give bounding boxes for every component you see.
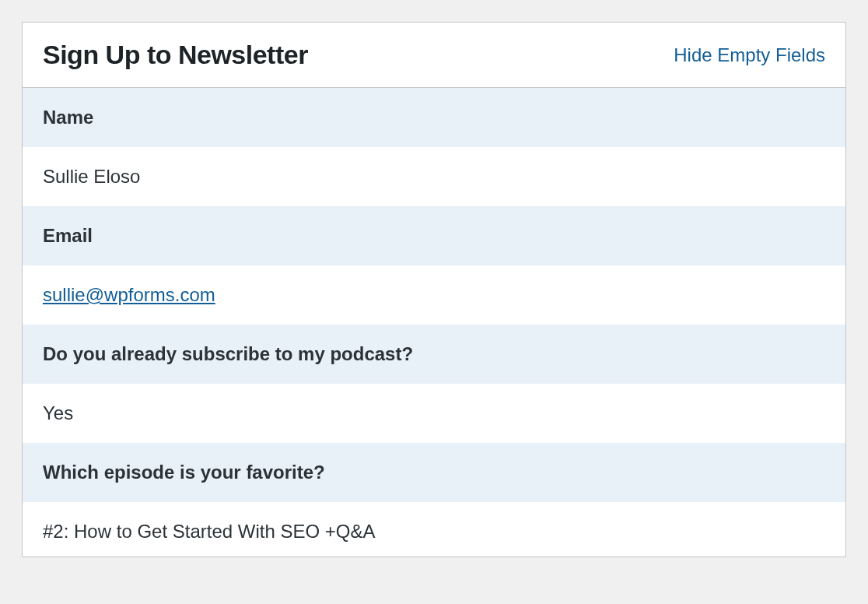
field-value-name: Sullie Eloso (23, 147, 845, 206)
field-label-email: Email (23, 206, 845, 265)
field-value-podcast: Yes (23, 384, 845, 443)
field-value-episode: #2: How to Get Started With SEO +Q&A (23, 502, 845, 557)
field-value-email: sullie@wpforms.com (23, 265, 845, 325)
panel-title: Sign Up to Newsletter (43, 40, 308, 70)
hide-empty-fields-link[interactable]: Hide Empty Fields (674, 44, 825, 66)
field-label-name: Name (23, 88, 845, 147)
panel-header: Sign Up to Newsletter Hide Empty Fields (23, 23, 845, 88)
entry-panel: Sign Up to Newsletter Hide Empty Fields … (22, 22, 846, 557)
email-link[interactable]: sullie@wpforms.com (43, 284, 215, 305)
field-label-episode: Which episode is your favorite? (23, 443, 845, 502)
field-label-podcast: Do you already subscribe to my podcast? (23, 325, 845, 384)
